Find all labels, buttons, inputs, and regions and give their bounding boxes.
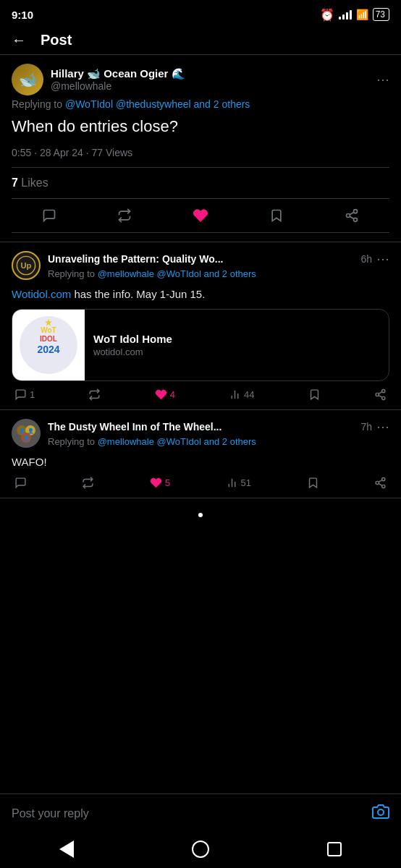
svg-text:👤: 👤 (19, 427, 25, 434)
reply-header: 👤 👤 👤 The Dusty Wheel Inn of The Wheel..… (12, 419, 389, 451)
replying-to: Replying to @WoTIdol @thedustywheel and … (12, 98, 389, 110)
reply-author-name: Unraveling the Pattern: Quality Wo... (48, 253, 223, 265)
back-nav-button[interactable] (48, 839, 85, 859)
reply-replying-to: Replying to @mellowhale @WoTIdol and 2 o… (48, 436, 389, 447)
avatar: 🐋 (12, 64, 43, 95)
reply-actions: 5 51 (12, 477, 389, 489)
svg-text:2024: 2024 (37, 344, 59, 355)
like-button[interactable] (193, 208, 208, 224)
retweet-button[interactable] (117, 208, 132, 223)
wotidol-link[interactable]: Wotidol.com (12, 288, 71, 300)
svg-text:👤: 👤 (28, 427, 34, 434)
more-options-button[interactable]: ⋯ (376, 72, 389, 88)
reply-input-row: Post your reply (0, 794, 401, 833)
view-count: 51 (241, 477, 251, 488)
reply-views: 44 (229, 388, 254, 401)
reply-card: Up Unraveling the Pattern: Quality Wo...… (0, 242, 401, 410)
mention-others[interactable]: and 2 others (204, 268, 256, 279)
link-card-domain: wotidol.com (93, 346, 172, 357)
alarm-icon: ⏰ (320, 8, 334, 22)
reply-author-row: The Dusty Wheel Inn of The Wheel... 7h ⋯ (48, 419, 389, 435)
post-meta: 0:55 · 28 Apr 24 · 77 Views (12, 147, 389, 158)
mention-mellowhale[interactable]: @mellowhale (98, 268, 154, 279)
author-details: Hillary 🐋 Ocean Ogier 🌊 @mellowhale (51, 67, 185, 92)
like-count: 4 (170, 389, 175, 400)
reply-bookmark-button[interactable] (307, 477, 319, 489)
reply-like-button[interactable]: 5 (150, 477, 170, 489)
reply-reply-button[interactable] (14, 477, 27, 489)
share-button[interactable] (345, 208, 359, 223)
bookmark-button[interactable] (269, 208, 284, 223)
mention-wotidol[interactable]: @WoTIdol (65, 98, 113, 110)
reply-author-block: The Dusty Wheel Inn of The Wheel... 7h ⋯… (48, 419, 389, 451)
reply-reply-button[interactable]: 1 (14, 388, 35, 401)
svg-text:IDOL: IDOL (40, 335, 57, 343)
reply-like-button[interactable]: 4 (155, 388, 175, 401)
camera-button[interactable] (372, 803, 389, 825)
reply-button[interactable] (42, 208, 56, 223)
reply-time: 7h (360, 421, 372, 433)
loading-dot (198, 513, 203, 517)
post-author-info: 🐋 Hillary 🐋 Ocean Ogier 🌊 @mellowhale (12, 64, 185, 95)
wifi-icon: 📶 (356, 9, 368, 20)
reply-author-block: Unraveling the Pattern: Quality Wo... 6h… (48, 251, 389, 284)
reply-time: 6h (360, 253, 372, 265)
recents-icon (327, 842, 342, 856)
reply-text: WAFO! (12, 454, 389, 469)
view-count: 44 (244, 389, 254, 400)
status-icons: ⏰ 📶 73 (320, 8, 389, 22)
reply-author-name: The Dusty Wheel Inn of The Wheel... (48, 421, 221, 433)
reply-author-row: Unraveling the Pattern: Quality Wo... 6h… (48, 251, 389, 267)
reply-input-placeholder[interactable]: Post your reply (12, 807, 372, 820)
svg-point-17 (376, 393, 379, 396)
reply-retweet-button[interactable] (88, 388, 101, 401)
status-bar: 9:10 ⏰ 📶 73 (0, 0, 401, 26)
reply-more-button[interactable]: ⋯ (376, 419, 389, 435)
likes-row: 7 Likes (12, 167, 389, 199)
svg-text:WoT: WoT (41, 326, 56, 334)
like-count: 5 (165, 477, 170, 488)
svg-text:👤: 👤 (23, 435, 30, 441)
home-nav-button[interactable] (182, 839, 219, 859)
main-post: 🐋 Hillary 🐋 Ocean Ogier 🌊 @mellowhale ⋯ … (0, 55, 401, 242)
avatar: Up (12, 251, 41, 280)
bottom-bar: Post your reply (0, 793, 401, 868)
author-name: Hillary 🐋 Ocean Ogier 🌊 (51, 67, 185, 80)
svg-line-34 (379, 483, 382, 485)
reply-share-button[interactable] (374, 388, 387, 401)
signal-bars-icon (339, 9, 352, 20)
reply-share-button[interactable] (374, 477, 387, 489)
reply-text: Wotidol.com has the info. May 1-Jun 15. (12, 286, 389, 302)
reply-more-button[interactable]: ⋯ (376, 251, 389, 267)
mention-others[interactable]: and 2 others (194, 98, 250, 110)
link-card[interactable]: WoT IDOL 2024 WoT Idol Home wotidol.com (12, 309, 389, 381)
svg-point-16 (382, 389, 385, 392)
svg-line-19 (379, 395, 382, 397)
svg-line-35 (379, 480, 382, 482)
back-button[interactable]: ← (12, 32, 26, 48)
nav-bar (0, 833, 401, 868)
loading-indicator (0, 498, 401, 532)
mention-dustywheel[interactable]: @thedustywheel (116, 98, 191, 110)
svg-point-2 (354, 218, 358, 221)
reply-actions: 1 4 44 (12, 388, 389, 401)
svg-line-4 (350, 212, 354, 214)
mention-others[interactable]: and 2 others (204, 436, 256, 447)
mention-wotidol[interactable]: @WoTIdol (157, 268, 201, 279)
recents-nav-button[interactable] (316, 839, 353, 859)
svg-point-32 (376, 481, 379, 484)
svg-line-20 (379, 391, 382, 393)
svg-point-0 (354, 209, 358, 213)
mention-mellowhale[interactable]: @mellowhale (98, 436, 154, 447)
svg-point-36 (378, 809, 384, 815)
post-author-row: 🐋 Hillary 🐋 Ocean Ogier 🌊 @mellowhale ⋯ (12, 64, 389, 95)
reply-bookmark-button[interactable] (308, 388, 321, 401)
mention-wotidol[interactable]: @WoTIdol (157, 436, 201, 447)
svg-point-31 (382, 477, 385, 480)
reply-retweet-button[interactable] (82, 477, 94, 489)
link-card-title: WoT Idol Home (93, 333, 172, 345)
svg-point-18 (382, 396, 385, 399)
post-content: When do entries close? (12, 116, 389, 138)
home-icon (192, 841, 209, 858)
reply-header: Up Unraveling the Pattern: Quality Wo...… (12, 251, 389, 284)
